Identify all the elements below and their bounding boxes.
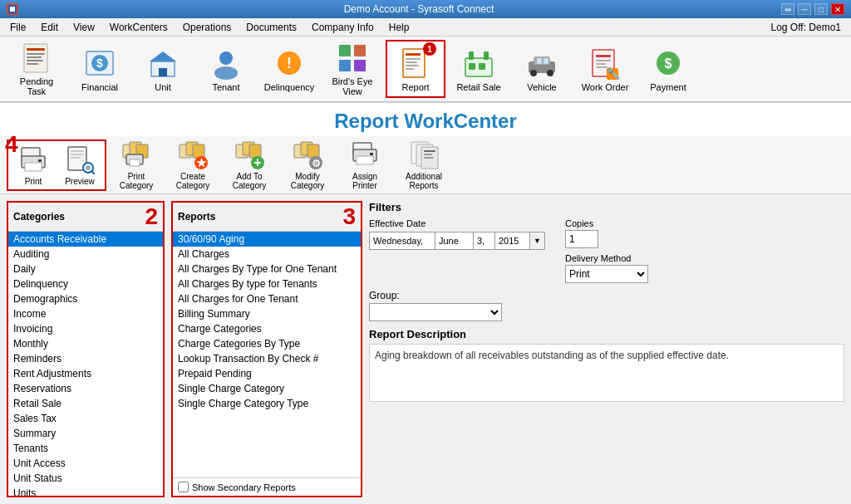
menu-workcenters[interactable]: WorkCenters — [103, 20, 175, 35]
list-item[interactable]: 30/60/90 Aging — [173, 232, 361, 247]
list-item[interactable]: Retail Sale — [8, 396, 163, 411]
list-item[interactable]: Lookup Transaction By Check # — [173, 351, 361, 366]
list-item[interactable]: Unit Access — [8, 456, 163, 471]
list-item[interactable]: Monthly — [8, 336, 163, 351]
maximize-btn[interactable]: □ — [814, 3, 828, 15]
categories-panel: Categories 2 Accounts Receivable Auditin… — [7, 201, 165, 497]
menu-view[interactable]: View — [66, 20, 101, 35]
print-category-label: Print Category — [111, 172, 161, 190]
show-secondary-checkbox[interactable] — [178, 482, 189, 492]
list-item[interactable]: All Charges for One Tenant — [173, 291, 361, 306]
create-category-button[interactable]: ★ Create Category — [166, 138, 219, 192]
tenant-label: Tenant — [212, 82, 239, 92]
menu-file[interactable]: File — [3, 20, 32, 35]
toolbar-birdseye[interactable]: Bird's Eye View — [322, 40, 382, 98]
toolbar-financial[interactable]: $ Financial — [70, 40, 130, 98]
list-item[interactable]: Tenants — [8, 441, 163, 456]
additional-reports-icon — [409, 139, 439, 172]
toolbar-pending-task[interactable]: Pending Task — [7, 40, 66, 98]
list-item[interactable]: All Charges — [173, 247, 361, 262]
toolbar-retail-sale[interactable]: Retail Sale — [449, 40, 509, 98]
minimize-btn[interactable]: ─ — [798, 3, 811, 15]
list-item[interactable]: Single Charge Category Type — [173, 396, 361, 411]
list-item[interactable]: Income — [8, 306, 163, 321]
additional-reports-button[interactable]: Additional Reports — [394, 138, 454, 192]
categories-list[interactable]: Accounts Receivable Auditing Daily Delin… — [8, 232, 163, 496]
list-item[interactable]: Demographics — [8, 291, 163, 306]
financial-icon: $ — [82, 46, 117, 81]
date-month-input[interactable] — [435, 232, 474, 250]
vehicle-icon — [524, 46, 559, 81]
preview-button[interactable]: Preview — [57, 143, 103, 188]
date-day-input[interactable] — [369, 232, 435, 250]
delivery-method-select[interactable]: Print Email Fax — [565, 265, 648, 283]
copies-input[interactable] — [565, 230, 598, 248]
app-icon — [7, 3, 18, 15]
list-item[interactable]: Single Charge Category — [173, 381, 361, 396]
list-item[interactable]: All Charges By type for Tenants — [173, 276, 361, 291]
date-day-num-input[interactable] — [474, 232, 495, 250]
toolbar-report[interactable]: 1 Report — [386, 40, 445, 98]
list-item[interactable]: Billing Summary — [173, 306, 361, 321]
menu-edit[interactable]: Edit — [34, 20, 65, 35]
list-item[interactable]: Charge Categories — [173, 321, 361, 336]
restore-btn[interactable]: ⇔ — [781, 3, 794, 15]
svg-rect-87 — [424, 154, 432, 155]
svg-rect-23 — [406, 53, 421, 56]
title-bar: Demo Account - Syrasoft Connect ⇔ ─ □ ✕ — [0, 0, 851, 18]
menu-help[interactable]: Help — [382, 20, 416, 35]
toolbar-tenant[interactable]: Tenant — [196, 40, 256, 98]
toolbar-unit[interactable]: Unit — [133, 40, 193, 98]
list-item[interactable]: Reminders — [8, 351, 163, 366]
assign-printer-button[interactable]: Assign Printer — [339, 138, 391, 192]
pending-task-label: Pending Task — [11, 76, 62, 96]
svg-text:$: $ — [665, 56, 672, 71]
toolbar-work-order[interactable]: 🔧 Work Order — [575, 40, 635, 98]
menu-bar: File Edit View WorkCenters Operations Do… — [0, 18, 851, 37]
delivery-method-row: Print Email Fax — [565, 265, 648, 283]
list-item[interactable]: Auditing — [8, 247, 163, 262]
toolbar-vehicle[interactable]: Vehicle — [512, 40, 572, 98]
print-label: Print — [25, 177, 42, 186]
delivery-method-label: Delivery Method — [565, 253, 648, 263]
list-item[interactable]: Prepaid Pending — [173, 366, 361, 381]
list-item[interactable]: Charge Categories By Type — [173, 336, 361, 351]
toolbar-delinquency[interactable]: ! Delinquency — [259, 40, 319, 98]
group-select[interactable] — [369, 303, 502, 321]
date-dropdown-btn[interactable]: ▼ — [530, 232, 545, 250]
list-item[interactable]: All Charges By Type for One Tenant — [173, 262, 361, 276]
toolbar-payment[interactable]: $ Payment — [638, 40, 698, 98]
list-item[interactable]: Delinquency — [8, 276, 163, 291]
assign-printer-icon — [350, 139, 380, 172]
workcenter-title: Report WorkCenter — [0, 103, 851, 136]
list-item[interactable]: Daily — [8, 262, 163, 276]
print-category-button[interactable]: Print Category — [110, 138, 163, 192]
list-item[interactable]: Units — [8, 486, 163, 496]
list-item[interactable]: Summary — [8, 426, 163, 441]
list-item[interactable]: Unit Status — [8, 471, 163, 486]
modify-category-icon: ⚙ — [293, 139, 322, 172]
reports-list[interactable]: 30/60/90 Aging All Charges All Charges B… — [173, 232, 361, 477]
menu-documents[interactable]: Documents — [239, 20, 303, 35]
add-category-label: Add To Category — [224, 172, 274, 190]
list-item[interactable]: Invoicing — [8, 321, 163, 336]
list-item[interactable]: Accounts Receivable — [8, 232, 163, 247]
svg-rect-53 — [71, 150, 84, 152]
menu-company-info[interactable]: Company Info — [305, 20, 381, 35]
report-description-text: Aging breakdown of all receivables outst… — [369, 344, 844, 402]
modify-category-button[interactable]: ⚙ Modify Category — [279, 138, 336, 192]
svg-rect-76 — [307, 144, 319, 158]
close-btn[interactable]: ✕ — [831, 3, 844, 15]
list-item[interactable]: Rent Adjustments — [8, 366, 163, 381]
date-year-input[interactable] — [495, 232, 530, 250]
list-item[interactable]: Sales Tax — [8, 411, 163, 426]
payment-label: Payment — [650, 82, 686, 92]
list-item[interactable]: Reservations — [8, 381, 163, 396]
group-select-row — [369, 303, 844, 321]
svg-rect-13 — [159, 68, 167, 76]
add-to-category-button[interactable]: + Add To Category — [223, 138, 276, 192]
retail-icon — [461, 46, 496, 81]
print-icon — [18, 144, 48, 177]
reports-panel: Reports 3 30/60/90 Aging All Charges All… — [171, 201, 362, 497]
menu-operations[interactable]: Operations — [176, 20, 239, 35]
